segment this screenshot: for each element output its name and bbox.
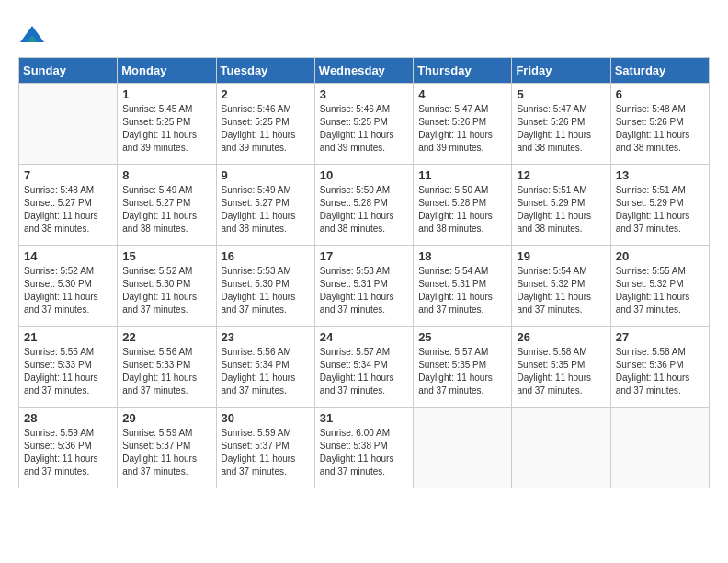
day-number: 9 — [222, 168, 310, 182]
day-number: 25 — [418, 330, 506, 344]
day-info: Sunrise: 5:54 AMSunset: 5:31 PMDaylight:… — [418, 265, 506, 316]
day-number: 15 — [122, 249, 210, 263]
day-number: 26 — [517, 330, 605, 344]
day-number: 8 — [122, 168, 210, 182]
calendar-table: SundayMondayTuesdayWednesdayThursdayFrid… — [18, 57, 710, 488]
calendar-cell: 16Sunrise: 5:53 AMSunset: 5:30 PMDayligh… — [216, 246, 314, 327]
day-info: Sunrise: 5:48 AMSunset: 5:27 PMDaylight:… — [24, 184, 112, 236]
calendar-cell — [19, 84, 118, 165]
day-info: Sunrise: 6:00 AMSunset: 5:38 PMDaylight:… — [320, 427, 408, 478]
day-info: Sunrise: 5:55 AMSunset: 5:33 PMDaylight:… — [24, 346, 112, 397]
day-number: 6 — [616, 87, 704, 101]
calendar-cell: 6Sunrise: 5:48 AMSunset: 5:26 PMDaylight… — [610, 84, 709, 165]
calendar-cell: 21Sunrise: 5:55 AMSunset: 5:33 PMDayligh… — [19, 327, 118, 408]
day-number: 31 — [320, 411, 408, 425]
day-number: 28 — [24, 411, 112, 425]
day-number: 20 — [616, 249, 704, 263]
day-number: 30 — [222, 411, 310, 425]
day-info: Sunrise: 5:58 AMSunset: 5:35 PMDaylight:… — [517, 346, 605, 397]
calendar-cell: 12Sunrise: 5:51 AMSunset: 5:29 PMDayligh… — [512, 165, 610, 246]
calendar-cell: 30Sunrise: 5:59 AMSunset: 5:37 PMDayligh… — [216, 408, 314, 488]
day-info: Sunrise: 5:57 AMSunset: 5:34 PMDaylight:… — [320, 346, 408, 397]
day-info: Sunrise: 5:54 AMSunset: 5:32 PMDaylight:… — [517, 265, 605, 316]
calendar-cell: 28Sunrise: 5:59 AMSunset: 5:36 PMDayligh… — [19, 408, 118, 488]
day-info: Sunrise: 5:45 AMSunset: 5:25 PMDaylight:… — [122, 103, 210, 155]
calendar-cell: 22Sunrise: 5:56 AMSunset: 5:33 PMDayligh… — [118, 327, 216, 408]
page-header — [18, 18, 710, 50]
day-number: 3 — [320, 87, 408, 101]
day-info: Sunrise: 5:48 AMSunset: 5:26 PMDaylight:… — [616, 103, 704, 155]
day-number: 4 — [418, 87, 506, 101]
logo-icon — [18, 22, 46, 50]
day-number: 14 — [24, 249, 112, 263]
calendar-cell: 8Sunrise: 5:49 AMSunset: 5:27 PMDaylight… — [118, 165, 216, 246]
calendar-cell: 29Sunrise: 5:59 AMSunset: 5:37 PMDayligh… — [118, 408, 216, 488]
calendar-cell: 4Sunrise: 5:47 AMSunset: 5:26 PMDaylight… — [414, 84, 512, 165]
day-number: 11 — [418, 168, 506, 182]
day-info: Sunrise: 5:50 AMSunset: 5:28 PMDaylight:… — [320, 184, 408, 236]
day-number: 21 — [24, 330, 112, 344]
day-number: 18 — [418, 249, 506, 263]
day-number: 22 — [122, 330, 210, 344]
day-info: Sunrise: 5:56 AMSunset: 5:34 PMDaylight:… — [222, 346, 310, 397]
calendar-cell: 2Sunrise: 5:46 AMSunset: 5:25 PMDaylight… — [216, 84, 314, 165]
calendar-cell: 26Sunrise: 5:58 AMSunset: 5:35 PMDayligh… — [512, 327, 610, 408]
calendar-header-saturday: Saturday — [610, 58, 709, 84]
day-number: 7 — [24, 168, 112, 182]
day-info: Sunrise: 5:57 AMSunset: 5:35 PMDaylight:… — [418, 346, 506, 397]
calendar-cell — [512, 408, 610, 488]
calendar-cell — [610, 408, 709, 488]
day-number: 24 — [320, 330, 408, 344]
day-info: Sunrise: 5:51 AMSunset: 5:29 PMDaylight:… — [616, 184, 704, 236]
calendar-cell: 18Sunrise: 5:54 AMSunset: 5:31 PMDayligh… — [414, 246, 512, 327]
calendar-header-tuesday: Tuesday — [216, 58, 314, 84]
calendar-header-row: SundayMondayTuesdayWednesdayThursdayFrid… — [19, 58, 710, 84]
day-info: Sunrise: 5:49 AMSunset: 5:27 PMDaylight:… — [222, 184, 310, 236]
calendar-header-friday: Friday — [512, 58, 610, 84]
calendar-cell: 9Sunrise: 5:49 AMSunset: 5:27 PMDaylight… — [216, 165, 314, 246]
day-info: Sunrise: 5:50 AMSunset: 5:28 PMDaylight:… — [418, 184, 506, 236]
day-info: Sunrise: 5:47 AMSunset: 5:26 PMDaylight:… — [418, 103, 506, 155]
calendar-header-sunday: Sunday — [19, 58, 118, 84]
day-info: Sunrise: 5:47 AMSunset: 5:26 PMDaylight:… — [517, 103, 605, 155]
calendar-cell: 1Sunrise: 5:45 AMSunset: 5:25 PMDaylight… — [118, 84, 216, 165]
day-info: Sunrise: 5:59 AMSunset: 5:37 PMDaylight:… — [222, 427, 310, 478]
calendar-header-wednesday: Wednesday — [314, 58, 413, 84]
calendar-cell: 5Sunrise: 5:47 AMSunset: 5:26 PMDaylight… — [512, 84, 610, 165]
calendar-cell — [414, 408, 512, 488]
calendar-week-row: 1Sunrise: 5:45 AMSunset: 5:25 PMDaylight… — [19, 84, 710, 165]
day-number: 16 — [222, 249, 310, 263]
calendar-cell: 10Sunrise: 5:50 AMSunset: 5:28 PMDayligh… — [314, 165, 413, 246]
day-number: 5 — [517, 87, 605, 101]
day-number: 23 — [222, 330, 310, 344]
calendar-cell: 13Sunrise: 5:51 AMSunset: 5:29 PMDayligh… — [610, 165, 709, 246]
day-number: 17 — [320, 249, 408, 263]
calendar-week-row: 14Sunrise: 5:52 AMSunset: 5:30 PMDayligh… — [19, 246, 710, 327]
day-info: Sunrise: 5:59 AMSunset: 5:37 PMDaylight:… — [122, 427, 210, 478]
day-info: Sunrise: 5:49 AMSunset: 5:27 PMDaylight:… — [122, 184, 210, 236]
calendar-week-row: 21Sunrise: 5:55 AMSunset: 5:33 PMDayligh… — [19, 327, 710, 408]
day-info: Sunrise: 5:56 AMSunset: 5:33 PMDaylight:… — [122, 346, 210, 397]
calendar-cell: 17Sunrise: 5:53 AMSunset: 5:31 PMDayligh… — [314, 246, 413, 327]
calendar-header-thursday: Thursday — [414, 58, 512, 84]
day-number: 13 — [616, 168, 704, 182]
calendar-cell: 27Sunrise: 5:58 AMSunset: 5:36 PMDayligh… — [610, 327, 709, 408]
day-info: Sunrise: 5:46 AMSunset: 5:25 PMDaylight:… — [222, 103, 310, 155]
calendar-week-row: 7Sunrise: 5:48 AMSunset: 5:27 PMDaylight… — [19, 165, 710, 246]
logo — [18, 22, 50, 50]
day-info: Sunrise: 5:55 AMSunset: 5:32 PMDaylight:… — [616, 265, 704, 316]
day-number: 2 — [222, 87, 310, 101]
day-info: Sunrise: 5:52 AMSunset: 5:30 PMDaylight:… — [24, 265, 112, 316]
day-number: 1 — [122, 87, 210, 101]
calendar-cell: 11Sunrise: 5:50 AMSunset: 5:28 PMDayligh… — [414, 165, 512, 246]
day-info: Sunrise: 5:51 AMSunset: 5:29 PMDaylight:… — [517, 184, 605, 236]
day-info: Sunrise: 5:53 AMSunset: 5:30 PMDaylight:… — [222, 265, 310, 316]
calendar-cell: 7Sunrise: 5:48 AMSunset: 5:27 PMDaylight… — [19, 165, 118, 246]
calendar-cell: 15Sunrise: 5:52 AMSunset: 5:30 PMDayligh… — [118, 246, 216, 327]
calendar-header-monday: Monday — [118, 58, 216, 84]
day-info: Sunrise: 5:58 AMSunset: 5:36 PMDaylight:… — [616, 346, 704, 397]
calendar-week-row: 28Sunrise: 5:59 AMSunset: 5:36 PMDayligh… — [19, 408, 710, 488]
calendar-cell: 23Sunrise: 5:56 AMSunset: 5:34 PMDayligh… — [216, 327, 314, 408]
day-number: 27 — [616, 330, 704, 344]
calendar-cell: 24Sunrise: 5:57 AMSunset: 5:34 PMDayligh… — [314, 327, 413, 408]
